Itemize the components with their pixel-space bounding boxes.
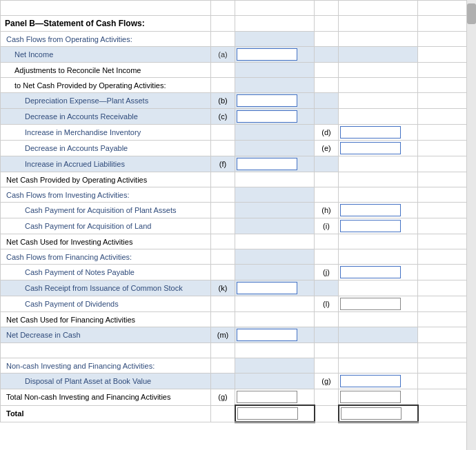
decrease-ap-label: Decrease in Accounts Payable	[1, 141, 211, 156]
payment-land-letter: (i)	[315, 218, 339, 234]
spacer-row	[1, 343, 477, 358]
increase-accrued-letter: (f)	[211, 156, 235, 172]
depreciation-letter: (b)	[211, 93, 235, 109]
adjustments-label: Adjustments to Reconcile Net Income	[1, 63, 211, 78]
adjustments-row: Adjustments to Reconcile Net Income	[1, 63, 477, 78]
decrease-ar-letter: (c)	[211, 109, 235, 125]
net-income-row: Net Income (a)	[1, 47, 477, 63]
increase-inv-input[interactable]	[340, 126, 401, 139]
net-cash-investing-label: Net Cash Used for Investing Activities	[1, 234, 211, 249]
notes-payable-label: Cash Payment of Notes Payable	[1, 265, 211, 280]
net-income-letter: (a)	[211, 47, 235, 63]
net-decrease-row: Net Decrease in Cash (m)	[1, 327, 477, 343]
total-noncash-row: Total Non-cash Investing and Financing A…	[1, 389, 477, 406]
net-decrease-label: Net Decrease in Cash	[1, 327, 211, 343]
net-cash-operating-label: Net Cash Provided by Operating Activitie…	[1, 172, 211, 187]
depreciation-row: Depreciation Expense—Plant Assets (b)	[1, 93, 477, 109]
disposal-label: Disposal of Plant Asset at Book Value	[1, 374, 211, 389]
total-input2[interactable]	[341, 407, 401, 420]
increase-accrued-input[interactable]	[237, 158, 297, 170]
depreciation-input[interactable]	[237, 94, 297, 107]
common-stock-input[interactable]	[237, 282, 297, 294]
decrease-ap-letter: (e)	[315, 141, 339, 156]
common-stock-row: Cash Receipt from Issuance of Common Sto…	[1, 280, 477, 296]
financing-header-row: Cash Flows from Financing Activities:	[1, 249, 477, 265]
common-stock-label: Cash Receipt from Issuance of Common Sto…	[1, 280, 211, 296]
total-noncash-input2[interactable]	[340, 391, 401, 403]
payment-plant-letter: (h)	[315, 203, 339, 218]
financing-header: Cash Flows from Financing Activities:	[1, 249, 211, 265]
decrease-ap-input[interactable]	[340, 142, 401, 154]
total-noncash-input1[interactable]	[237, 391, 297, 403]
operating-header: Cash Flows from Operating Activities:	[1, 32, 211, 47]
dividends-input[interactable]	[340, 298, 401, 310]
dividends-row: Cash Payment of Dividends (l)	[1, 296, 477, 312]
notes-payable-input[interactable]	[340, 266, 401, 278]
net-income-input-cell	[237, 48, 313, 61]
decrease-ar-row: Decrease in Accounts Receivable (c)	[1, 109, 477, 125]
panel-title: Panel B—Statement of Cash Flows:	[1, 16, 211, 32]
disposal-input[interactable]	[340, 375, 401, 387]
decrease-ar-input[interactable]	[237, 110, 297, 123]
net-cash-investing-row: Net Cash Used for Investing Activities	[1, 234, 477, 249]
total-input1[interactable]	[237, 407, 298, 420]
net-income-label: Net Income	[1, 47, 211, 63]
increase-inv-row: Increase in Merchandise Inventory (d)	[1, 125, 477, 141]
net-cash-operating-row: Net Cash Provided by Operating Activitie…	[1, 172, 477, 187]
total-noncash-label: Total Non-cash Investing and Financing A…	[1, 389, 211, 406]
disposal-letter: (g)	[315, 374, 339, 389]
disposal-row: Disposal of Plant Asset at Book Value (g…	[1, 374, 477, 389]
noncash-header-row: Non-cash Investing and Financing Activit…	[1, 358, 477, 374]
scrollbar-thumb[interactable]	[467, 3, 476, 24]
notes-payable-letter: (j)	[315, 265, 339, 280]
depreciation-label: Depreciation Expense—Plant Assets	[1, 93, 211, 109]
increase-accrued-label: Increase in Accrued Liabilities	[1, 156, 211, 172]
net-cash-financing-label: Net Cash Used for Financing Activities	[1, 312, 211, 327]
net-decrease-input[interactable]	[237, 329, 297, 341]
payment-land-input[interactable]	[340, 220, 401, 232]
payment-land-label: Cash Payment for Acquisition of Land	[1, 218, 211, 234]
scrollbar[interactable]	[466, 0, 476, 423]
investing-header-row: Cash Flows from Investing Activities:	[1, 187, 477, 203]
dividends-letter: (l)	[315, 296, 339, 312]
net-cash-financing-row: Net Cash Used for Financing Activities	[1, 312, 477, 327]
panel-header-row: Panel B—Statement of Cash Flows:	[1, 16, 477, 32]
net-income-input[interactable]	[237, 48, 297, 61]
common-stock-letter: (k)	[211, 280, 235, 296]
operating-header-row: Cash Flows from Operating Activities:	[1, 32, 477, 47]
total-row: Total	[1, 405, 477, 422]
payment-plant-row: Cash Payment for Acquisition of Plant As…	[1, 203, 477, 218]
increase-accrued-row: Increase in Accrued Liabilities (f)	[1, 156, 477, 172]
to-net-cash-label: to Net Cash Provided by Operating Activi…	[1, 78, 211, 93]
dividends-label: Cash Payment of Dividends	[1, 296, 211, 312]
payment-land-row: Cash Payment for Acquisition of Land (i)	[1, 218, 477, 234]
notes-payable-row: Cash Payment of Notes Payable (j)	[1, 265, 477, 280]
total-noncash-letter: (g)	[211, 389, 235, 406]
investing-header: Cash Flows from Investing Activities:	[1, 187, 211, 203]
payment-plant-label: Cash Payment for Acquisition of Plant As…	[1, 203, 211, 218]
total-label: Total	[1, 405, 211, 422]
payment-plant-input[interactable]	[340, 204, 401, 216]
increase-inv-letter: (d)	[315, 125, 339, 141]
to-net-cash-row: to Net Cash Provided by Operating Activi…	[1, 78, 477, 93]
decrease-ap-row: Decrease in Accounts Payable (e)	[1, 141, 477, 156]
decrease-ar-label: Decrease in Accounts Receivable	[1, 109, 211, 125]
net-decrease-letter: (m)	[211, 327, 235, 343]
increase-inv-label: Increase in Merchandise Inventory	[1, 125, 211, 141]
noncash-header: Non-cash Investing and Financing Activit…	[1, 358, 211, 374]
